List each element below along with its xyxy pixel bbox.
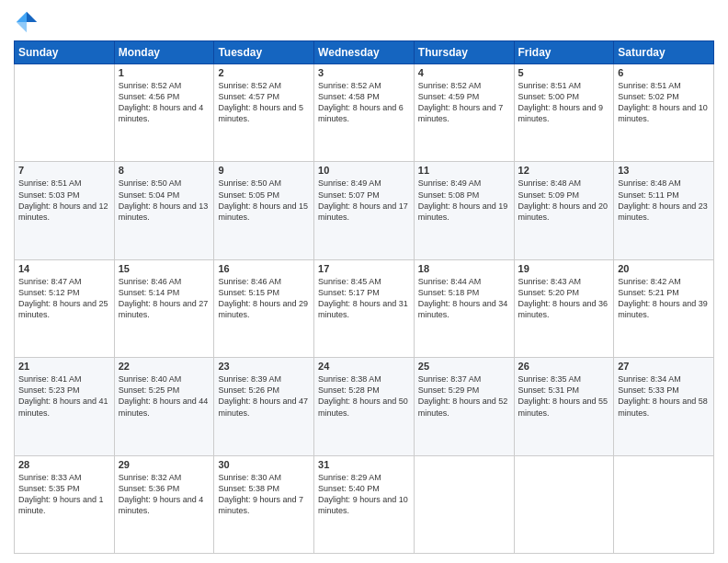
day-number: 22 — [119, 361, 210, 372]
week-row-1: 1Sunrise: 8:52 AM Sunset: 4:56 PM Daylig… — [15, 64, 714, 162]
day-info: Sunrise: 8:34 AM Sunset: 5:33 PM Dayligh… — [618, 373, 710, 419]
weekday-header-saturday: Saturday — [614, 41, 714, 64]
calendar-cell — [514, 455, 614, 553]
day-number: 15 — [119, 263, 210, 274]
day-number: 17 — [318, 263, 410, 274]
day-info: Sunrise: 8:41 AM Sunset: 5:23 PM Dayligh… — [18, 373, 110, 419]
day-number: 1 — [119, 67, 210, 78]
logo-icon — [14, 9, 40, 35]
day-number: 23 — [218, 361, 310, 372]
week-row-4: 21Sunrise: 8:41 AM Sunset: 5:23 PM Dayli… — [15, 358, 714, 455]
day-info: Sunrise: 8:38 AM Sunset: 5:28 PM Dayligh… — [318, 373, 410, 419]
day-number: 11 — [418, 165, 510, 176]
day-number: 19 — [518, 263, 610, 274]
calendar-cell: 15Sunrise: 8:46 AM Sunset: 5:14 PM Dayli… — [114, 259, 214, 357]
day-number: 16 — [218, 263, 310, 274]
day-info: Sunrise: 8:42 AM Sunset: 5:21 PM Dayligh… — [618, 276, 710, 321]
week-row-2: 7Sunrise: 8:51 AM Sunset: 5:03 PM Daylig… — [15, 162, 714, 259]
day-info: Sunrise: 8:35 AM Sunset: 5:31 PM Dayligh… — [518, 373, 610, 419]
day-info: Sunrise: 8:50 AM Sunset: 5:04 PM Dayligh… — [119, 178, 210, 223]
calendar-cell — [15, 64, 115, 162]
day-number: 13 — [618, 165, 710, 176]
calendar-cell: 25Sunrise: 8:37 AM Sunset: 5:29 PM Dayli… — [414, 358, 514, 455]
day-info: Sunrise: 8:30 AM Sunset: 5:38 PM Dayligh… — [218, 472, 310, 517]
calendar-cell: 31Sunrise: 8:29 AM Sunset: 5:40 PM Dayli… — [314, 455, 415, 553]
calendar-cell: 9Sunrise: 8:50 AM Sunset: 5:05 PM Daylig… — [214, 162, 314, 259]
calendar-cell — [414, 455, 514, 553]
calendar-cell: 28Sunrise: 8:33 AM Sunset: 5:35 PM Dayli… — [15, 455, 115, 553]
day-number: 10 — [318, 165, 410, 176]
calendar-cell: 8Sunrise: 8:50 AM Sunset: 5:04 PM Daylig… — [114, 162, 214, 259]
svg-marker-2 — [17, 22, 27, 32]
day-info: Sunrise: 8:43 AM Sunset: 5:20 PM Dayligh… — [518, 276, 610, 321]
calendar-cell: 4Sunrise: 8:52 AM Sunset: 4:59 PM Daylig… — [414, 64, 514, 162]
calendar-cell: 21Sunrise: 8:41 AM Sunset: 5:23 PM Dayli… — [15, 358, 115, 455]
weekday-header-thursday: Thursday — [414, 41, 514, 64]
day-number: 14 — [18, 263, 110, 274]
day-number: 7 — [18, 165, 110, 176]
day-info: Sunrise: 8:52 AM Sunset: 4:58 PM Dayligh… — [318, 80, 410, 125]
day-number: 30 — [218, 459, 310, 470]
day-number: 25 — [418, 361, 510, 372]
day-number: 27 — [618, 361, 710, 372]
day-info: Sunrise: 8:32 AM Sunset: 5:36 PM Dayligh… — [119, 472, 210, 517]
day-number: 9 — [218, 165, 310, 176]
day-info: Sunrise: 8:51 AM Sunset: 5:00 PM Dayligh… — [518, 80, 610, 125]
week-row-5: 28Sunrise: 8:33 AM Sunset: 5:35 PM Dayli… — [15, 455, 714, 553]
weekday-header-friday: Friday — [514, 41, 614, 64]
calendar-cell: 12Sunrise: 8:48 AM Sunset: 5:09 PM Dayli… — [514, 162, 614, 259]
day-number: 8 — [119, 165, 210, 176]
calendar-cell: 29Sunrise: 8:32 AM Sunset: 5:36 PM Dayli… — [114, 455, 214, 553]
weekday-header-wednesday: Wednesday — [314, 41, 415, 64]
calendar-cell: 5Sunrise: 8:51 AM Sunset: 5:00 PM Daylig… — [514, 64, 614, 162]
calendar-cell: 14Sunrise: 8:47 AM Sunset: 5:12 PM Dayli… — [15, 259, 115, 357]
day-info: Sunrise: 8:51 AM Sunset: 5:03 PM Dayligh… — [18, 178, 110, 223]
calendar-cell: 13Sunrise: 8:48 AM Sunset: 5:11 PM Dayli… — [614, 162, 714, 259]
calendar-cell: 30Sunrise: 8:30 AM Sunset: 5:38 PM Dayli… — [214, 455, 314, 553]
calendar-cell: 23Sunrise: 8:39 AM Sunset: 5:26 PM Dayli… — [214, 358, 314, 455]
day-info: Sunrise: 8:48 AM Sunset: 5:09 PM Dayligh… — [518, 178, 610, 223]
logo — [14, 9, 43, 35]
calendar-cell: 18Sunrise: 8:44 AM Sunset: 5:18 PM Dayli… — [414, 259, 514, 357]
day-info: Sunrise: 8:40 AM Sunset: 5:25 PM Dayligh… — [119, 373, 210, 419]
calendar-cell: 3Sunrise: 8:52 AM Sunset: 4:58 PM Daylig… — [314, 64, 415, 162]
day-number: 26 — [518, 361, 610, 372]
day-info: Sunrise: 8:45 AM Sunset: 5:17 PM Dayligh… — [318, 276, 410, 321]
calendar-cell: 10Sunrise: 8:49 AM Sunset: 5:07 PM Dayli… — [314, 162, 415, 259]
calendar-cell: 24Sunrise: 8:38 AM Sunset: 5:28 PM Dayli… — [314, 358, 415, 455]
weekday-header-tuesday: Tuesday — [214, 41, 314, 64]
day-number: 20 — [618, 263, 710, 274]
day-number: 3 — [318, 67, 410, 78]
day-number: 6 — [618, 67, 710, 78]
day-info: Sunrise: 8:48 AM Sunset: 5:11 PM Dayligh… — [618, 178, 710, 223]
day-info: Sunrise: 8:52 AM Sunset: 4:59 PM Dayligh… — [418, 80, 510, 125]
weekday-header-sunday: Sunday — [15, 41, 115, 64]
day-info: Sunrise: 8:50 AM Sunset: 5:05 PM Dayligh… — [218, 178, 310, 223]
weekday-header-row: SundayMondayTuesdayWednesdayThursdayFrid… — [15, 41, 714, 64]
calendar-cell: 17Sunrise: 8:45 AM Sunset: 5:17 PM Dayli… — [314, 259, 415, 357]
day-info: Sunrise: 8:52 AM Sunset: 4:57 PM Dayligh… — [218, 80, 310, 125]
day-info: Sunrise: 8:46 AM Sunset: 5:14 PM Dayligh… — [119, 276, 210, 321]
calendar-cell: 22Sunrise: 8:40 AM Sunset: 5:25 PM Dayli… — [114, 358, 214, 455]
calendar-cell: 26Sunrise: 8:35 AM Sunset: 5:31 PM Dayli… — [514, 358, 614, 455]
calendar-cell: 6Sunrise: 8:51 AM Sunset: 5:02 PM Daylig… — [614, 64, 714, 162]
day-number: 12 — [518, 165, 610, 176]
day-info: Sunrise: 8:49 AM Sunset: 5:07 PM Dayligh… — [318, 178, 410, 223]
header — [14, 9, 714, 35]
calendar-cell: 19Sunrise: 8:43 AM Sunset: 5:20 PM Dayli… — [514, 259, 614, 357]
calendar-cell: 20Sunrise: 8:42 AM Sunset: 5:21 PM Dayli… — [614, 259, 714, 357]
calendar-cell: 27Sunrise: 8:34 AM Sunset: 5:33 PM Dayli… — [614, 358, 714, 455]
day-number: 29 — [119, 459, 210, 470]
day-number: 18 — [418, 263, 510, 274]
week-row-3: 14Sunrise: 8:47 AM Sunset: 5:12 PM Dayli… — [15, 259, 714, 357]
calendar-cell: 11Sunrise: 8:49 AM Sunset: 5:08 PM Dayli… — [414, 162, 514, 259]
day-number: 28 — [18, 459, 110, 470]
day-number: 21 — [18, 361, 110, 372]
day-number: 2 — [218, 67, 310, 78]
day-info: Sunrise: 8:49 AM Sunset: 5:08 PM Dayligh… — [418, 178, 510, 223]
calendar-table: SundayMondayTuesdayWednesdayThursdayFrid… — [14, 40, 714, 554]
calendar-cell: 2Sunrise: 8:52 AM Sunset: 4:57 PM Daylig… — [214, 64, 314, 162]
day-info: Sunrise: 8:51 AM Sunset: 5:02 PM Dayligh… — [618, 80, 710, 125]
day-info: Sunrise: 8:29 AM Sunset: 5:40 PM Dayligh… — [318, 472, 410, 517]
svg-marker-1 — [17, 12, 27, 22]
